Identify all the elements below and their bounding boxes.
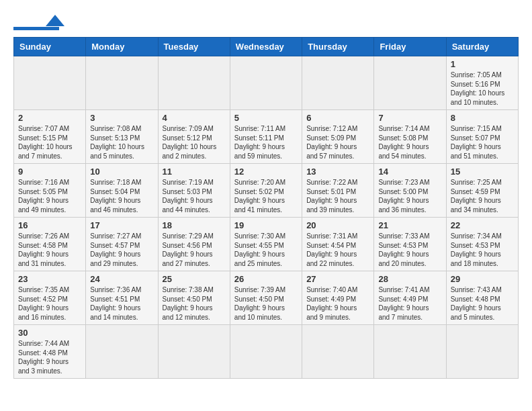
day-number: 9 (18, 167, 81, 177)
day-number: 12 (234, 167, 298, 177)
calendar-header-row: SundayMondayTuesdayWednesdayThursdayFrid… (14, 38, 519, 56)
day-number: 11 (163, 167, 226, 177)
day-info: Sunrise: 7:39 AM Sunset: 4:50 PM Dayligh… (234, 285, 298, 322)
logo (13, 13, 64, 30)
calendar-day: 9Sunrise: 7:16 AM Sunset: 5:05 PM Daylig… (14, 164, 86, 218)
day-number: 5 (234, 113, 298, 123)
day-number: 1 (451, 59, 514, 69)
calendar-day: 20Sunrise: 7:31 AM Sunset: 4:54 PM Dayli… (302, 218, 374, 271)
day-number: 8 (451, 113, 514, 123)
calendar-day: 4Sunrise: 7:09 AM Sunset: 5:12 PM Daylig… (158, 110, 230, 164)
calendar-week-1: 1Sunrise: 7:05 AM Sunset: 5:16 PM Daylig… (14, 56, 519, 110)
day-number: 30 (18, 328, 81, 338)
calendar-header-saturday: Saturday (446, 38, 518, 56)
day-info: Sunrise: 7:12 AM Sunset: 5:09 PM Dayligh… (306, 124, 369, 161)
calendar-day: 15Sunrise: 7:25 AM Sunset: 4:59 PM Dayli… (446, 164, 518, 218)
day-info: Sunrise: 7:15 AM Sunset: 5:07 PM Dayligh… (451, 124, 514, 161)
calendar-day: 1Sunrise: 7:05 AM Sunset: 5:16 PM Daylig… (446, 56, 518, 110)
day-info: Sunrise: 7:38 AM Sunset: 4:50 PM Dayligh… (163, 285, 226, 322)
calendar-header-tuesday: Tuesday (158, 38, 230, 56)
day-info: Sunrise: 7:11 AM Sunset: 5:11 PM Dayligh… (234, 124, 298, 161)
calendar-table: SundayMondayTuesdayWednesdayThursdayFrid… (13, 37, 519, 379)
calendar-day: 2Sunrise: 7:07 AM Sunset: 5:15 PM Daylig… (14, 110, 86, 164)
day-info: Sunrise: 7:14 AM Sunset: 5:08 PM Dayligh… (378, 124, 441, 161)
calendar-day (374, 325, 446, 379)
calendar-day (158, 325, 230, 379)
calendar-day: 12Sunrise: 7:20 AM Sunset: 5:02 PM Dayli… (230, 164, 302, 218)
day-info: Sunrise: 7:33 AM Sunset: 4:53 PM Dayligh… (378, 232, 441, 268)
day-number: 15 (451, 167, 514, 177)
day-info: Sunrise: 7:34 AM Sunset: 4:53 PM Dayligh… (451, 232, 514, 268)
day-number: 4 (163, 113, 226, 123)
calendar-day: 22Sunrise: 7:34 AM Sunset: 4:53 PM Dayli… (446, 218, 518, 271)
day-number: 2 (18, 113, 81, 123)
page-header (13, 13, 519, 30)
calendar-week-5: 23Sunrise: 7:35 AM Sunset: 4:52 PM Dayli… (14, 271, 519, 325)
day-number: 17 (90, 220, 153, 230)
calendar-day (86, 325, 158, 379)
day-info: Sunrise: 7:43 AM Sunset: 4:48 PM Dayligh… (451, 285, 514, 322)
day-number: 10 (90, 167, 153, 177)
day-number: 24 (90, 274, 153, 284)
calendar-day: 25Sunrise: 7:38 AM Sunset: 4:50 PM Dayli… (158, 271, 230, 325)
day-info: Sunrise: 7:44 AM Sunset: 4:48 PM Dayligh… (18, 339, 81, 375)
day-info: Sunrise: 7:09 AM Sunset: 5:12 PM Dayligh… (163, 124, 226, 161)
calendar-day: 30Sunrise: 7:44 AM Sunset: 4:48 PM Dayli… (14, 325, 86, 379)
calendar-day: 28Sunrise: 7:41 AM Sunset: 4:49 PM Dayli… (374, 271, 446, 325)
day-info: Sunrise: 7:29 AM Sunset: 4:56 PM Dayligh… (163, 232, 226, 268)
calendar-header-sunday: Sunday (14, 38, 86, 56)
day-info: Sunrise: 7:20 AM Sunset: 5:02 PM Dayligh… (234, 178, 298, 214)
day-number: 6 (306, 113, 369, 123)
calendar-day: 29Sunrise: 7:43 AM Sunset: 4:48 PM Dayli… (446, 271, 518, 325)
day-number: 26 (234, 274, 298, 284)
calendar-day: 24Sunrise: 7:36 AM Sunset: 4:51 PM Dayli… (86, 271, 158, 325)
calendar-week-3: 9Sunrise: 7:16 AM Sunset: 5:05 PM Daylig… (14, 164, 519, 218)
day-number: 20 (306, 220, 369, 230)
day-info: Sunrise: 7:23 AM Sunset: 5:00 PM Dayligh… (378, 178, 441, 214)
calendar-day (230, 56, 302, 110)
calendar-header-wednesday: Wednesday (230, 38, 302, 56)
day-number: 28 (378, 274, 441, 284)
day-number: 23 (18, 274, 81, 284)
day-number: 19 (234, 220, 298, 230)
calendar-week-6: 30Sunrise: 7:44 AM Sunset: 4:48 PM Dayli… (14, 325, 519, 379)
calendar-day: 8Sunrise: 7:15 AM Sunset: 5:07 PM Daylig… (446, 110, 518, 164)
day-info: Sunrise: 7:22 AM Sunset: 5:01 PM Dayligh… (306, 178, 369, 214)
calendar-day: 5Sunrise: 7:11 AM Sunset: 5:11 PM Daylig… (230, 110, 302, 164)
day-info: Sunrise: 7:35 AM Sunset: 4:52 PM Dayligh… (18, 285, 81, 322)
day-info: Sunrise: 7:16 AM Sunset: 5:05 PM Dayligh… (18, 178, 81, 214)
calendar-day (302, 325, 374, 379)
logo-bar (13, 27, 59, 30)
calendar-day: 26Sunrise: 7:39 AM Sunset: 4:50 PM Dayli… (230, 271, 302, 325)
day-info: Sunrise: 7:27 AM Sunset: 4:57 PM Dayligh… (90, 232, 153, 268)
calendar-day: 27Sunrise: 7:40 AM Sunset: 4:49 PM Dayli… (302, 271, 374, 325)
day-info: Sunrise: 7:40 AM Sunset: 4:49 PM Dayligh… (306, 285, 369, 322)
day-info: Sunrise: 7:26 AM Sunset: 4:58 PM Dayligh… (18, 232, 81, 268)
day-info: Sunrise: 7:08 AM Sunset: 5:13 PM Dayligh… (90, 124, 153, 161)
calendar-day (14, 56, 86, 110)
day-info: Sunrise: 7:25 AM Sunset: 4:59 PM Dayligh… (451, 178, 514, 214)
day-info: Sunrise: 7:41 AM Sunset: 4:49 PM Dayligh… (378, 285, 441, 322)
day-number: 21 (378, 220, 441, 230)
calendar-day (230, 325, 302, 379)
day-number: 14 (378, 167, 441, 177)
day-number: 3 (90, 113, 153, 123)
calendar-day (374, 56, 446, 110)
calendar-day: 13Sunrise: 7:22 AM Sunset: 5:01 PM Dayli… (302, 164, 374, 218)
calendar-day: 23Sunrise: 7:35 AM Sunset: 4:52 PM Dayli… (14, 271, 86, 325)
day-number: 7 (378, 113, 441, 123)
calendar-day: 21Sunrise: 7:33 AM Sunset: 4:53 PM Dayli… (374, 218, 446, 271)
calendar-day: 6Sunrise: 7:12 AM Sunset: 5:09 PM Daylig… (302, 110, 374, 164)
calendar-day: 17Sunrise: 7:27 AM Sunset: 4:57 PM Dayli… (86, 218, 158, 271)
day-number: 25 (163, 274, 226, 284)
calendar-header-monday: Monday (86, 38, 158, 56)
calendar-day (446, 325, 518, 379)
calendar-day: 16Sunrise: 7:26 AM Sunset: 4:58 PM Dayli… (14, 218, 86, 271)
calendar-day: 14Sunrise: 7:23 AM Sunset: 5:00 PM Dayli… (374, 164, 446, 218)
calendar-day: 10Sunrise: 7:18 AM Sunset: 5:04 PM Dayli… (86, 164, 158, 218)
day-info: Sunrise: 7:05 AM Sunset: 5:16 PM Dayligh… (451, 71, 514, 107)
calendar-week-2: 2Sunrise: 7:07 AM Sunset: 5:15 PM Daylig… (14, 110, 519, 164)
calendar-day: 18Sunrise: 7:29 AM Sunset: 4:56 PM Dayli… (158, 218, 230, 271)
day-info: Sunrise: 7:30 AM Sunset: 4:55 PM Dayligh… (234, 232, 298, 268)
day-number: 27 (306, 274, 369, 284)
